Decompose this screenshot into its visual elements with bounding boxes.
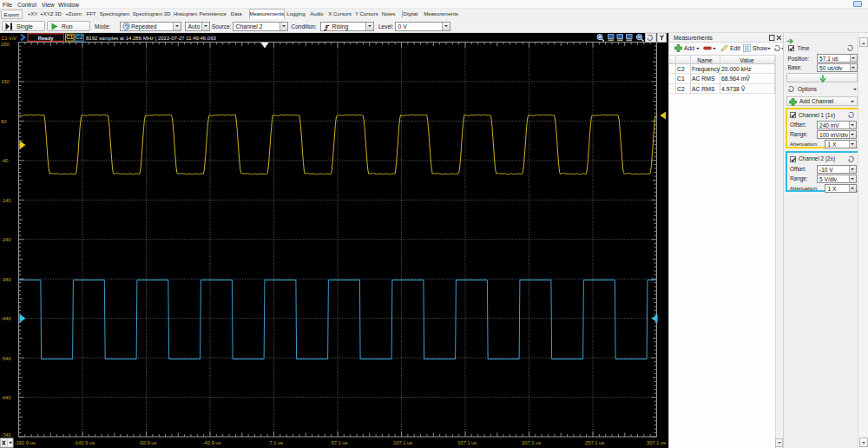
svg-text:-240: -240 xyxy=(1,236,11,242)
svg-text:7.1 us: 7.1 us xyxy=(269,439,283,445)
svg-text:-142.9 us: -142.9 us xyxy=(74,439,95,445)
svg-text:-40: -40 xyxy=(1,157,9,163)
svg-text:-42.9 us: -42.9 us xyxy=(203,439,221,445)
svg-text:307.1 us: 307.1 us xyxy=(647,439,666,445)
svg-text:-640: -640 xyxy=(1,394,11,400)
svg-text:257.1 us: 257.1 us xyxy=(585,439,604,445)
svg-text:-92.9 us: -92.9 us xyxy=(139,439,157,445)
svg-text:157.1 us: 157.1 us xyxy=(457,439,477,445)
svg-text:60: 60 xyxy=(1,118,7,124)
svg-text:Ready: Ready xyxy=(38,36,55,41)
svg-text:-340: -340 xyxy=(1,276,11,282)
svg-text:260: 260 xyxy=(1,41,10,47)
svg-text:57.1 us: 57.1 us xyxy=(332,439,348,445)
svg-text:C2: C2 xyxy=(76,34,83,40)
svg-text:-540: -540 xyxy=(1,355,11,361)
svg-text:-140: -140 xyxy=(1,197,11,203)
svg-text:8192 samples at 14.286 MHz | 2: 8192 samples at 14.286 MHz | 2022-07-27 … xyxy=(86,36,217,41)
svg-text:C1 mV: C1 mV xyxy=(1,35,17,41)
svg-text:C1: C1 xyxy=(66,34,74,40)
svg-text:207.1 us: 207.1 us xyxy=(522,439,541,445)
svg-text:160: 160 xyxy=(1,78,10,84)
svg-text:107.1 us: 107.1 us xyxy=(393,439,412,445)
svg-text:-740: -740 xyxy=(1,432,11,438)
svg-text:-440: -440 xyxy=(1,315,11,321)
svg-text:-192.9 us: -192.9 us xyxy=(15,439,36,445)
